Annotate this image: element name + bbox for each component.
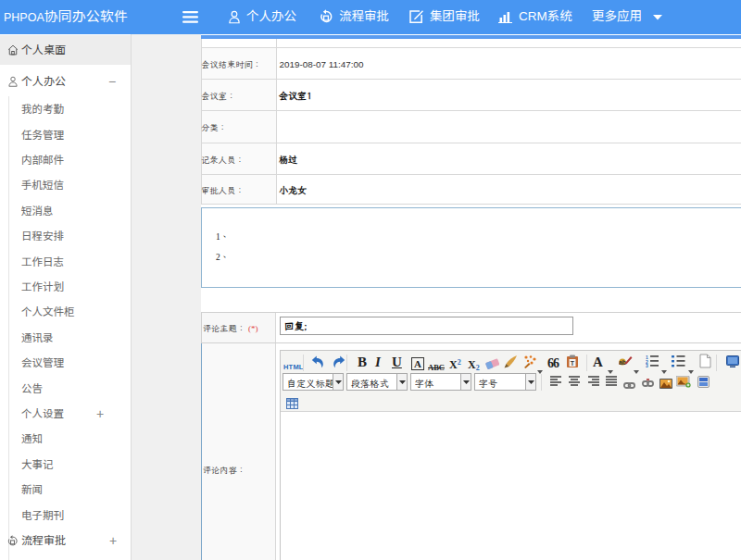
svg-text:3: 3: [646, 363, 648, 367]
svg-text:T: T: [571, 360, 575, 367]
